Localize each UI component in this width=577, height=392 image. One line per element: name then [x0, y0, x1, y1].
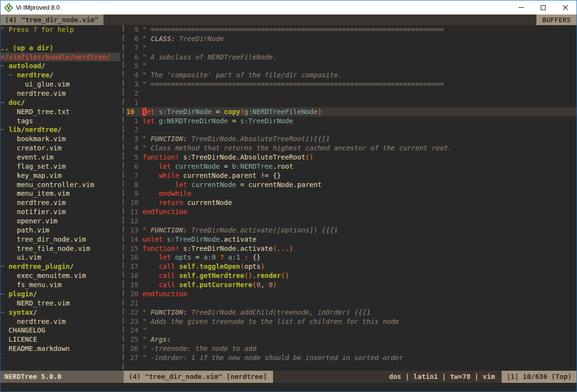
code-line[interactable]: 13" FUNCTION: TreeDirNode.activate([opti… [126, 226, 577, 235]
tree-item[interactable]: event.vim [0, 153, 120, 162]
line-number: 3 [126, 80, 138, 89]
titlebar[interactable]: V Vi IMproved 8.0 [0, 0, 577, 15]
tree-item[interactable]: ~ [0, 353, 120, 363]
code-line[interactable]: 21 [126, 299, 577, 308]
code-line[interactable]: 1 [126, 98, 577, 107]
code-line[interactable]: 9" =====================================… [126, 25, 577, 34]
code-line[interactable]: 5" [126, 61, 577, 71]
line-number: 23 [126, 317, 138, 326]
line-number: 5 [126, 153, 138, 162]
code-line[interactable]: 19 call self.putCursorHere(0, 0) [126, 280, 577, 290]
line-number: 4 [126, 71, 138, 80]
tree-item[interactable]: ~ autoload/ [0, 61, 120, 71]
code-line[interactable]: 6" A subclass of NERDTreeFileNode. [126, 53, 577, 62]
code-line-current[interactable]: 10let s:TreeDirNode = copy(g:NERDTreeFil… [126, 107, 577, 116]
minimize-icon [519, 7, 524, 8]
code-line[interactable]: 18 call self.getNerdtree().render() [126, 271, 577, 280]
line-number: 7 [126, 171, 138, 180]
code-line[interactable]: 2 [126, 89, 577, 98]
code-line[interactable]: 4" The 'composite' part of the file/dir … [126, 71, 577, 80]
line-number: 7 [126, 44, 138, 53]
tree-item[interactable]: README.markdown [0, 344, 120, 353]
code-line[interactable]: 17 call self.toggleOpen(opts) [126, 262, 577, 271]
close-button[interactable] [554, 0, 577, 15]
tree-item[interactable]: tree_dir_node.vim [0, 235, 120, 244]
tree-item[interactable]: ui_glue.vim [0, 80, 120, 89]
tree-item[interactable]: ~ nerdtree_plugin/ [0, 262, 120, 271]
code-line[interactable]: 5function! s:TreeDirNode.AbsoluteTreeRoo… [126, 153, 577, 162]
code-line[interactable]: 10 return currentNode [126, 198, 577, 207]
tree-item[interactable]: NERD_tree.vim [0, 299, 120, 308]
code-line[interactable]: 16 let opts = a:0 ? a:1 : {} [126, 253, 577, 262]
tree-item[interactable]: exec_menuitem.vim [0, 271, 120, 280]
code-line[interactable]: 11endfunction [126, 207, 577, 217]
tree-item[interactable]: menu_controller.vim [0, 180, 120, 189]
tree-item[interactable]: " Press ? for help [0, 25, 120, 34]
code-line[interactable]: 12 [126, 217, 577, 226]
tree-item[interactable]: nerdtree.vim [0, 317, 120, 326]
line-number: 2 [126, 89, 138, 98]
code-line[interactable]: 4" Class method that returns the highest… [126, 144, 577, 153]
code-panel: 9" =====================================… [126, 25, 577, 371]
line-number: 8 [126, 34, 138, 44]
tree-item[interactable] [0, 34, 120, 44]
code-line[interactable]: 24" [126, 326, 577, 335]
code-line[interactable]: 14unlet s:TreeDirNode.activate [126, 235, 577, 244]
tree-item[interactable]: CHANGELOG [0, 326, 120, 335]
line-number: 10 [126, 107, 138, 116]
tree-item[interactable]: notifier.vim [0, 207, 120, 217]
code-line[interactable]: 26" -treenode: the node to add [126, 344, 577, 353]
tree-item[interactable]: opener.vim [0, 217, 120, 226]
code-line[interactable]: 22" FUNCTION: TreeDirNode.addChild(treen… [126, 308, 577, 317]
tab-active-buffer[interactable]: (4) "tree_dir_node.vim" [0, 15, 103, 25]
tree-item[interactable]: menu_item.vim [0, 189, 120, 198]
tree-item[interactable]: ~ syntax/ [0, 308, 120, 317]
line-number: 13 [126, 226, 138, 235]
line-number: 9 [126, 25, 138, 34]
tree-item[interactable]: bookmark.vim [0, 134, 120, 144]
tree-item[interactable]: nerdtree.vim [0, 198, 120, 207]
tree-item[interactable]: key_map.vim [0, 171, 120, 180]
tree-item[interactable]: ui.vim [0, 253, 120, 262]
line-number: 17 [126, 262, 138, 271]
tree-item[interactable]: creator.vim [0, 144, 120, 153]
tree-item[interactable]: LICENCE [0, 335, 120, 344]
code-line[interactable]: 8 let currentNode = currentNode.parent [126, 180, 577, 189]
tree-item[interactable]: fs_menu.vim [0, 280, 120, 290]
window-separator[interactable] [120, 25, 126, 371]
code-line[interactable]: 7" [126, 44, 577, 53]
code-line[interactable]: 23" Adds the given treenode to the list … [126, 317, 577, 326]
code-line[interactable]: 8" CLASS: TreeDirNode [126, 34, 577, 44]
code-line[interactable]: 6 let currentNode = b:NERDTree.root [126, 162, 577, 171]
code-line[interactable]: 20endfunction [126, 290, 577, 299]
tree-item[interactable]: ~ doc/ [0, 98, 120, 107]
code-line[interactable]: 7 while currentNode.parent != {} [126, 171, 577, 180]
minimize-button[interactable] [510, 0, 532, 15]
maximize-button[interactable] [532, 0, 554, 15]
code-line[interactable]: 2 [126, 125, 577, 134]
tree-item[interactable]: tree_file_node.vim [0, 244, 120, 253]
line-number: 20 [126, 290, 138, 299]
code-line[interactable]: 25" Args: [126, 335, 577, 344]
tree-item[interactable]: ~ nerdtree/ [0, 71, 120, 80]
code-line[interactable]: 27" -inOrder: 1 if the new node should b… [126, 353, 577, 363]
code-line[interactable]: 3" =====================================… [126, 80, 577, 89]
code-line[interactable]: 9 endwhile [126, 189, 577, 198]
tree-item[interactable]: nerdtree.vim [0, 89, 120, 98]
svg-text:V: V [7, 5, 11, 11]
code-line[interactable]: 3" FUNCTION: TreeDirNode.AbsoluteTreeRoo… [126, 134, 577, 144]
statusline-position: |1| 10/636 (Top) [502, 371, 577, 383]
tree-item[interactable]: ~ plugin/ [0, 290, 120, 299]
tree-item[interactable]: path.vim [0, 226, 120, 235]
command-line[interactable] [0, 383, 577, 392]
line-number: 6 [126, 53, 138, 62]
tree-item[interactable]: .. (up a dir) [0, 44, 120, 53]
tree-item[interactable]: flag_set.vim [0, 162, 120, 171]
tree-item[interactable]: NERD_tree.txt [0, 107, 120, 116]
tree-item[interactable]: tags [0, 116, 120, 126]
code-line[interactable]: 1let g:NERDTreeDirNode = s:TreeDirNode [126, 116, 577, 126]
buffers-label: BUFFERS [536, 15, 577, 25]
code-line[interactable]: 15function! s:TreeDirNode.activate(...) [126, 244, 577, 253]
tree-item[interactable]: ~ lib/nerdtree/ [0, 125, 120, 134]
tree-root-line[interactable]: </vimfiles/bundle/nerdtree/ [0, 53, 120, 62]
